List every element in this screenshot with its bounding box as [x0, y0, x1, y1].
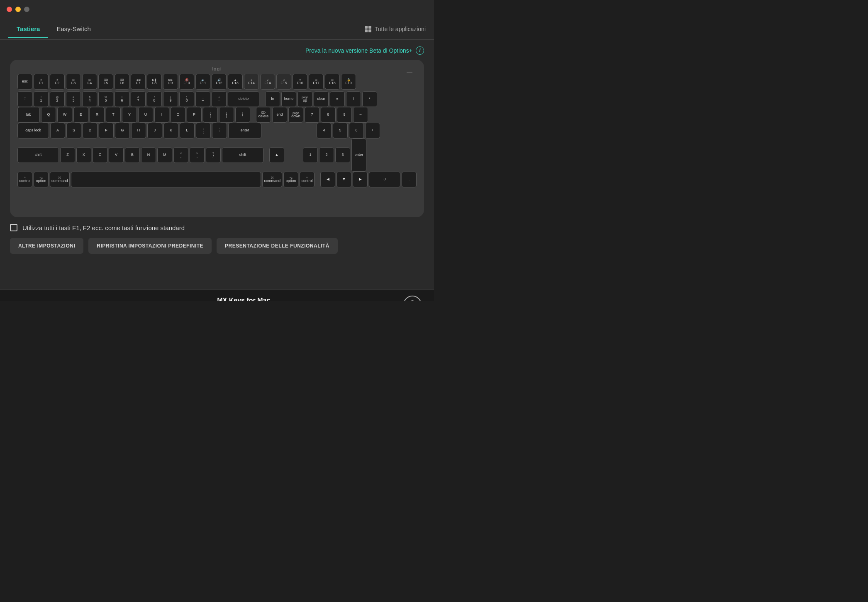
- maximize-button[interactable]: [24, 7, 29, 12]
- key-esc[interactable]: esc: [17, 74, 32, 90]
- key-equals[interactable]: +=: [212, 91, 227, 107]
- reset-settings-button[interactable]: RIPRISTINA IMPOSTAZIONI PREDEFINITE: [88, 238, 212, 254]
- key-a[interactable]: A: [50, 123, 65, 138]
- key-arrow-down[interactable]: ▼: [336, 172, 351, 187]
- key-v[interactable]: V: [109, 147, 124, 163]
- key-control-right[interactable]: ^control: [300, 172, 315, 187]
- key-backslash[interactable]: |\: [235, 107, 250, 123]
- key-b[interactable]: B: [125, 147, 140, 163]
- key-f11[interactable]: 🔉F11: [195, 74, 210, 90]
- key-command-left[interactable]: ⌘command: [50, 172, 70, 187]
- key-f6[interactable]: ⌨F6: [115, 74, 129, 90]
- key-8[interactable]: *8: [147, 91, 162, 107]
- key-d[interactable]: D: [83, 123, 98, 138]
- key-e[interactable]: E: [73, 107, 88, 123]
- key-u[interactable]: U: [138, 107, 153, 123]
- key-f19[interactable]: 🔒F19: [341, 74, 356, 90]
- key-f18[interactable]: ⊞F18: [325, 74, 340, 90]
- key-p[interactable]: P: [187, 107, 202, 123]
- key-6[interactable]: ^6: [115, 91, 129, 107]
- key-numpad-8[interactable]: 8: [321, 107, 336, 123]
- key-4[interactable]: $4: [82, 91, 97, 107]
- key-numpad-plus[interactable]: +: [365, 123, 380, 138]
- key-f[interactable]: F: [99, 123, 114, 138]
- key-period[interactable]: >.: [190, 147, 205, 163]
- key-control-left[interactable]: ^control: [17, 172, 32, 187]
- key-f5[interactable]: ⌨F5: [98, 74, 113, 90]
- key-numpad-eq[interactable]: =: [330, 91, 345, 107]
- key-c[interactable]: C: [93, 147, 107, 163]
- key-f15-dev2[interactable]: 2F14: [260, 74, 275, 90]
- key-n[interactable]: N: [141, 147, 156, 163]
- key-f14-dev1[interactable]: 1F14: [244, 74, 259, 90]
- key-clear[interactable]: clear: [314, 91, 329, 107]
- key-q[interactable]: Q: [41, 107, 56, 123]
- key-l[interactable]: L: [180, 123, 195, 138]
- features-presentation-button[interactable]: PRESENTAZIONE DELLE FUNZIONALITÀ: [217, 238, 338, 254]
- key-numpad-enter[interactable]: enter: [351, 138, 366, 172]
- key-f8[interactable]: ▶❚F8: [147, 74, 162, 90]
- key-9[interactable]: (9: [163, 91, 178, 107]
- info-icon[interactable]: i: [416, 46, 424, 55]
- key-minus[interactable]: _–: [195, 91, 210, 107]
- key-f16-dev3[interactable]: 3F15: [276, 74, 291, 90]
- key-f4[interactable]: ⊞F4: [82, 74, 97, 90]
- key-del-fwd[interactable]: ⌦delete: [256, 107, 271, 123]
- key-7[interactable]: &7: [131, 91, 146, 107]
- key-home[interactable]: home: [281, 91, 296, 107]
- minimize-button[interactable]: [15, 7, 21, 12]
- key-pagedown[interactable]: pagedown: [288, 107, 303, 123]
- key-quote[interactable]: "': [212, 123, 227, 138]
- key-z[interactable]: Z: [60, 147, 75, 163]
- key-r[interactable]: R: [90, 107, 105, 123]
- back-button[interactable]: ‹ DISPOSITIVI PERSONALI: [12, 300, 84, 301]
- key-slash[interactable]: ?/: [206, 147, 221, 163]
- key-space[interactable]: [71, 172, 261, 187]
- key-arrow-left[interactable]: ◀: [320, 172, 335, 187]
- key-numpad-9[interactable]: 9: [337, 107, 352, 123]
- key-h[interactable]: H: [131, 123, 146, 138]
- key-m[interactable]: M: [157, 147, 172, 163]
- key-numpad-3[interactable]: 3: [335, 147, 350, 163]
- key-command-right[interactable]: ⌘command: [262, 172, 282, 187]
- fn-checkbox[interactable]: [10, 224, 17, 231]
- key-i[interactable]: I: [154, 107, 169, 123]
- user-profile-button[interactable]: [403, 296, 422, 301]
- key-option-left[interactable]: ⌥option: [34, 172, 49, 187]
- key-end[interactable]: end: [272, 107, 287, 123]
- key-numpad-mul[interactable]: *: [362, 91, 377, 107]
- key-fn[interactable]: fn: [265, 91, 280, 107]
- key-numpad-div[interactable]: /: [346, 91, 361, 107]
- key-option-right[interactable]: ⌥option: [283, 172, 298, 187]
- key-arrow-up[interactable]: ▲: [269, 147, 284, 163]
- key-w[interactable]: W: [57, 107, 72, 123]
- tab-right-area[interactable]: Tutte le applicazioni: [365, 26, 426, 32]
- key-f3[interactable]: ⊞F3: [66, 74, 81, 90]
- key-t[interactable]: T: [106, 107, 121, 123]
- key-x[interactable]: X: [76, 147, 91, 163]
- beta-link[interactable]: Prova la nuova versione Beta di Options+: [305, 47, 412, 54]
- key-f1[interactable]: ☀F1: [34, 74, 49, 90]
- key-numpad-4[interactable]: 4: [317, 123, 332, 138]
- key-pageup[interactable]: pageup: [297, 91, 312, 107]
- key-shift-right[interactable]: shift: [222, 147, 263, 163]
- key-f16[interactable]: ≡F16: [293, 74, 307, 90]
- key-numpad-dot[interactable]: .: [402, 172, 417, 187]
- key-tab[interactable]: tab: [17, 107, 40, 123]
- key-comma[interactable]: <,: [173, 147, 188, 163]
- key-numpad-1[interactable]: 1: [303, 147, 318, 163]
- other-settings-button[interactable]: ALTRE IMPOSTAZIONI: [10, 238, 83, 254]
- key-0[interactable]: )0: [179, 91, 194, 107]
- key-numpad-7[interactable]: 7: [305, 107, 319, 123]
- key-capslock[interactable]: caps lock: [17, 123, 49, 138]
- key-numpad-minus[interactable]: –: [353, 107, 368, 123]
- key-3[interactable]: #3: [66, 91, 81, 107]
- key-delete[interactable]: delete: [228, 91, 259, 107]
- key-f9[interactable]: ▶▶F9: [163, 74, 178, 90]
- key-bracket-l[interactable]: {[: [203, 107, 218, 123]
- key-j[interactable]: J: [147, 123, 162, 138]
- key-tilde[interactable]: ~`: [17, 91, 32, 107]
- key-numpad-5[interactable]: 5: [333, 123, 348, 138]
- key-2[interactable]: @2: [50, 91, 65, 107]
- key-5[interactable]: %5: [98, 91, 113, 107]
